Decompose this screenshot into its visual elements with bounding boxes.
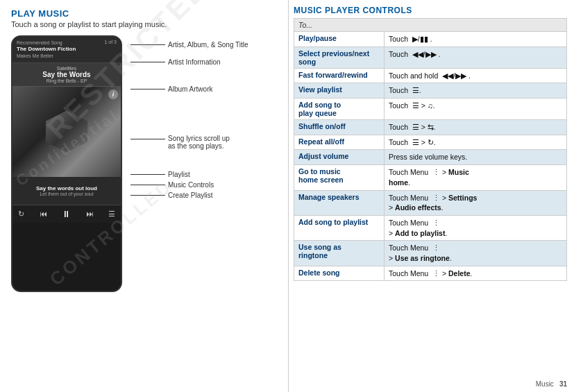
- row-label-volume: Adjust volume: [294, 150, 385, 165]
- table-row: Fast forward/rewind Touch and hold ◀◀/▶▶…: [294, 68, 567, 83]
- album-art-shape: [46, 111, 87, 153]
- row-value-shuffle: Touch ☰ > ⇆.: [385, 120, 567, 135]
- right-panel: MUSIC PLAYER CONTROLS To... Play/pause T…: [288, 0, 574, 392]
- table-header-cell: To...: [294, 19, 567, 32]
- satellites-label: Satellites: [17, 66, 117, 71]
- artist-information-label: Artist Information: [168, 58, 221, 66]
- annotation-playlist: Playlist: [130, 171, 277, 178]
- row-label-add-playlist: Add song to playlist: [294, 215, 385, 240]
- table-row: Shuffle on/off Touch ☰ > ⇆.: [294, 120, 567, 135]
- album-artwork-label: Album Artwork: [168, 85, 212, 93]
- left-panel: PLAY MUSIC Touch a song or playlist to s…: [0, 0, 288, 392]
- annotation-lyrics: Song lyrics scroll up as the song plays.: [130, 135, 277, 150]
- row-value-play-pause: Touch ▶/▮▮ .: [385, 32, 567, 47]
- row-label-play-pause: Play/pause: [294, 32, 385, 47]
- row-value-speakers: Touch Menu ⋮ > Settings> Audio effects.: [385, 190, 567, 215]
- table-row: Play/pause Touch ▶/▮▮ .: [294, 32, 567, 47]
- lyrics-line2: Let them out of your soul: [40, 191, 93, 196]
- music-controls-label: Music Controls: [168, 181, 214, 189]
- row-value-volume: Press side volume keys.: [385, 150, 567, 165]
- album-artwork: i: [12, 87, 121, 177]
- lyrics-line1: Say the words out loud: [36, 185, 97, 191]
- prev-button[interactable]: ⏮: [40, 210, 47, 218]
- table-row: Delete song Touch Menu ⋮ > Delete.: [294, 266, 567, 281]
- row-value-repeat: Touch ☰ > ↻.: [385, 135, 567, 150]
- annotation-line-lyrics: [130, 139, 165, 139]
- create-playlist-label: Create Playlist: [168, 191, 212, 199]
- table-row: Repeat all/off Touch ☰ > ↻.: [294, 135, 567, 150]
- table-row: Adjust volume Press side volume keys.: [294, 150, 567, 165]
- row-label-ringtone: Use song asringtone: [294, 241, 385, 266]
- annotation-artist-info: Artist Information: [130, 58, 277, 66]
- song-title: Makes Me Better: [17, 53, 117, 59]
- annotation-line-playlist: [130, 174, 165, 175]
- controls-table: To... Play/pause Touch ▶/▮▮ . Select pre…: [294, 18, 567, 281]
- row-label-delete: Delete song: [294, 266, 385, 281]
- row-value-view-playlist: Touch ☰.: [385, 83, 567, 99]
- row-label-add-queue: Add song toplay queue: [294, 99, 385, 120]
- section-subtitle: Touch a song or playlist to start playin…: [11, 20, 277, 28]
- table-row: View playlist Touch ☰.: [294, 83, 567, 99]
- playlist-label: Playlist: [168, 171, 190, 178]
- shuffle-button[interactable]: ↻: [18, 210, 24, 219]
- footer-category: Music: [536, 380, 554, 388]
- row-value-add-queue: Touch ☰ > ♫.: [385, 99, 567, 120]
- music-controls-bar: ↻ ⏮ ⏸ ⏭ ☰: [12, 205, 121, 223]
- next-button[interactable]: ⏭: [86, 210, 94, 218]
- row-value-ff-rw: Touch and hold ◀◀/▶▶ .: [385, 68, 567, 83]
- table-row: Select previous/nextsong Touch ◀◀/▶▶ .: [294, 46, 567, 68]
- table-row: Use song asringtone Touch Menu ⋮> Use as…: [294, 241, 567, 266]
- phone-top-bar: Recommended Song The Downtown Fiction Ma…: [12, 37, 121, 63]
- table-header-row: To...: [294, 19, 567, 32]
- annotation-music-controls: Music Controls: [130, 181, 277, 189]
- annotation-line-artist-info: [130, 62, 165, 62]
- phone-mockup: Recommended Song The Downtown Fiction Ma…: [11, 35, 122, 292]
- annotation-line-artist: [130, 44, 165, 45]
- row-label-prev-next: Select previous/nextsong: [294, 46, 385, 68]
- row-value-ringtone: Touch Menu ⋮> Use as ringtone.: [385, 241, 567, 266]
- menu-button[interactable]: ☰: [108, 210, 115, 219]
- row-value-home-screen: Touch Menu ⋮ > Musichome.: [385, 165, 567, 190]
- say-the-words-label: Say the Words: [17, 71, 117, 78]
- page-footer: Music 31: [536, 380, 567, 388]
- table-row: Manage speakers Touch Menu ⋮ > Settings>…: [294, 190, 567, 215]
- song-lyrics-label: Song lyrics scroll up: [168, 135, 230, 142]
- row-label-repeat: Repeat all/off: [294, 135, 385, 150]
- track-info: 1 of 3: [104, 40, 117, 44]
- row-value-delete: Touch Menu ⋮ > Delete.: [385, 266, 567, 281]
- page-number: 31: [559, 380, 567, 388]
- annotations-container: Artist, Album, & Song Title Artist Infor…: [130, 35, 277, 199]
- annotation-create-playlist: Create Playlist: [130, 191, 277, 199]
- pause-button[interactable]: ⏸: [62, 209, 71, 219]
- row-label-shuffle: Shuffle on/off: [294, 120, 385, 135]
- lyrics-annotation-text: Song lyrics scroll up as the song plays.: [168, 135, 230, 150]
- phone-lyrics: Say the words out loud Let them out of y…: [12, 177, 121, 205]
- annotation-album: Album Artwork: [130, 85, 277, 93]
- table-row: Add song to playlist Touch Menu ⋮> Add t…: [294, 215, 567, 240]
- row-value-add-playlist: Touch Menu ⋮> Add to playlist.: [385, 215, 567, 240]
- row-value-prev-next: Touch ◀◀/▶▶ .: [385, 46, 567, 68]
- band-name: The Downtown Fiction: [17, 46, 117, 53]
- annotation-line-album: [130, 89, 165, 90]
- song-lyrics-label2: as the song plays.: [168, 142, 230, 150]
- table-row: Go to musichome screen Touch Menu ⋮ > Mu…: [294, 165, 567, 190]
- annotation-line-create-playlist: [130, 195, 165, 196]
- phone-band-area: Satellites Say the Words Ring the Bells …: [12, 63, 121, 87]
- phone-area: Recommended Song The Downtown Fiction Ma…: [11, 35, 277, 292]
- row-label-speakers: Manage speakers: [294, 190, 385, 215]
- row-label-ff-rw: Fast forward/rewind: [294, 68, 385, 83]
- mpc-title: MUSIC PLAYER CONTROLS: [294, 6, 567, 15]
- annotation-line-music-controls: [130, 185, 165, 185]
- page-section-title: PLAY MUSIC: [11, 8, 277, 19]
- artist-album-song-label: Artist, Album, & Song Title: [168, 41, 248, 49]
- ring-the-bells-label: Ring the Bells - EP: [17, 78, 117, 83]
- row-label-view-playlist: View playlist: [294, 83, 385, 99]
- annotation-artist: Artist, Album, & Song Title: [130, 41, 277, 49]
- table-row: Add song toplay queue Touch ☰ > ♫.: [294, 99, 567, 120]
- info-icon[interactable]: i: [108, 90, 118, 99]
- row-label-home-screen: Go to musichome screen: [294, 165, 385, 190]
- recommended-song-label: Recommended Song: [17, 40, 117, 46]
